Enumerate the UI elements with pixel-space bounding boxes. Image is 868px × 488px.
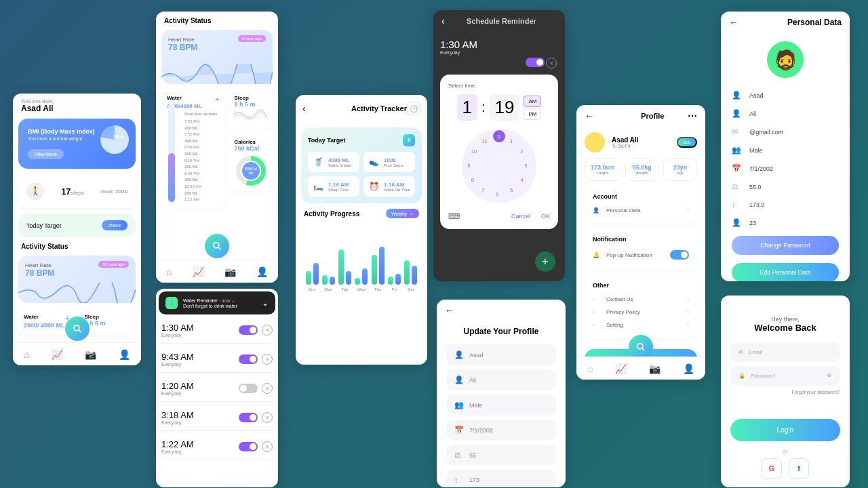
google-login-button[interactable]: G bbox=[762, 458, 782, 479]
nav-home-icon[interactable]: ⌂ bbox=[587, 363, 593, 374]
edit-button[interactable]: Edit bbox=[677, 137, 697, 148]
schedule-reminder-screen: ‹ Schedule Reminder 1:30 AM Everyday ✕ S… bbox=[433, 10, 565, 281]
chevron-right-icon: › bbox=[687, 322, 689, 328]
screen-title: Personal Data bbox=[787, 18, 842, 27]
add-fab[interactable]: + bbox=[535, 251, 555, 272]
facebook-login-button[interactable]: f bbox=[789, 458, 809, 479]
password-field[interactable]: 🔒Password👁 bbox=[730, 366, 840, 386]
keyboard-icon[interactable]: ⌨ bbox=[448, 211, 460, 221]
back-button[interactable]: ← bbox=[585, 110, 594, 121]
home-screen: Welcome Back, Asad Ali BMI (Body Mass In… bbox=[13, 94, 141, 365]
profile-field[interactable]: 👥Male bbox=[446, 394, 556, 415]
heart-rate-value: 78 BPM bbox=[25, 268, 129, 278]
reminder-toggle[interactable] bbox=[239, 442, 258, 451]
profile-field[interactable]: ↕173 bbox=[446, 470, 556, 487]
nav-camera-icon[interactable]: 📷 bbox=[224, 266, 236, 277]
ok-button[interactable]: OK bbox=[541, 213, 550, 220]
back-button[interactable]: ← bbox=[729, 17, 738, 28]
email-icon: ✉ bbox=[738, 349, 743, 355]
reminder-toggle[interactable] bbox=[526, 58, 545, 67]
period-dropdown[interactable]: Weekly⌄ bbox=[386, 209, 419, 218]
search-fab[interactable] bbox=[205, 234, 229, 258]
am-button[interactable]: AM bbox=[524, 96, 541, 107]
steps-goal: Goal: 2000 bbox=[101, 188, 127, 195]
nav-activity-icon[interactable]: 📈 bbox=[52, 349, 63, 360]
search-fab[interactable] bbox=[65, 317, 90, 341]
bmi-card: BMI (Body Mass Index) You have a normal … bbox=[18, 119, 136, 169]
email-field[interactable]: ✉Email bbox=[730, 342, 840, 362]
forgot-password-link[interactable]: Forgot your password? bbox=[730, 390, 840, 394]
notification-toggle[interactable] bbox=[670, 250, 689, 260]
add-target-button[interactable]: + bbox=[403, 134, 415, 146]
profile-field[interactable]: 📅7/1/2002 bbox=[446, 420, 556, 441]
more-icon[interactable]: ⋯ bbox=[688, 110, 697, 121]
nav-profile-icon[interactable]: 👤 bbox=[119, 349, 130, 360]
edit-personal-button[interactable]: Edit Personal Data bbox=[732, 263, 839, 281]
chevron-right-icon: › bbox=[687, 207, 689, 214]
nav-profile-icon[interactable]: 👤 bbox=[683, 363, 694, 374]
notification-banner[interactable]: 💧 Water Reminder · now ⌄ Don't forget to… bbox=[159, 291, 275, 314]
analog-clock[interactable]: 1 123456789101112 bbox=[462, 129, 536, 203]
notification-section: Notification 🔔Pop-up Notification bbox=[585, 229, 697, 270]
nav-camera-icon[interactable]: 📷 bbox=[85, 349, 96, 360]
nav-camera-icon[interactable]: 📷 bbox=[649, 363, 660, 374]
menu-item[interactable]: ◦Setting› bbox=[593, 319, 689, 331]
svg-point-4 bbox=[637, 344, 643, 349]
login-button[interactable]: Login bbox=[730, 419, 840, 441]
eye-icon[interactable]: 👁 bbox=[827, 373, 832, 379]
pm-button[interactable]: PM bbox=[524, 108, 541, 120]
data-row: ✉@gmail.com bbox=[721, 123, 850, 141]
bmi-view-more-button[interactable]: View More bbox=[28, 149, 64, 159]
activity-status-screen: Activity Status Heart Rate 78 BPM 3 mins… bbox=[156, 12, 278, 283]
close-icon[interactable]: ✕ bbox=[546, 58, 557, 68]
reminder-toggle[interactable] bbox=[239, 325, 258, 335]
target-item: 🥤4000 MLWater Intake bbox=[308, 152, 359, 172]
delete-icon[interactable]: ✕ bbox=[262, 354, 273, 365]
chevron-down-icon[interactable]: ⌄ bbox=[262, 298, 269, 308]
account-section: Account 👤Personal Data› bbox=[585, 186, 697, 224]
plus-icon[interactable]: + bbox=[215, 95, 219, 103]
nav-activity-icon[interactable]: 📈 bbox=[193, 266, 204, 277]
lock-icon: 🔒 bbox=[738, 373, 745, 379]
water-progress-bar bbox=[168, 104, 175, 202]
delete-icon[interactable]: ✕ bbox=[262, 412, 273, 423]
svg-line-5 bbox=[642, 348, 645, 351]
calories-card: Calories 760 kCal 358kCal left bbox=[229, 134, 273, 191]
personal-data-screen: ←Personal Data 🧔 👤Asad👤Ali✉@gmail.com👥Ma… bbox=[721, 12, 850, 281]
reminder-list: 1:30 AMEveryday✕9:43 AMEveryday✕1:20 AME… bbox=[156, 317, 278, 460]
clock-icon[interactable]: 🕐 bbox=[407, 102, 420, 115]
update-profile-screen: ← Update Your Profile 👤Asad👤Ali👥Male📅7/1… bbox=[437, 300, 566, 487]
nav-profile-icon[interactable]: 👤 bbox=[256, 266, 268, 277]
delete-icon[interactable]: ✕ bbox=[262, 383, 273, 394]
back-button[interactable]: ← bbox=[445, 305, 454, 316]
cancel-button[interactable]: Cancel bbox=[511, 213, 530, 220]
profile-field[interactable]: 👤Asad bbox=[446, 344, 556, 365]
back-button[interactable]: ‹ bbox=[302, 103, 306, 114]
reminder-item: 3:18 AMEveryday✕ bbox=[161, 405, 273, 431]
menu-item[interactable]: ◦Contact Us› bbox=[593, 293, 689, 306]
other-section: Other ◦Contact Us›◦Privacy Policy›◦Setti… bbox=[585, 275, 697, 338]
reminder-toggle[interactable] bbox=[239, 384, 258, 393]
delete-icon[interactable]: ✕ bbox=[262, 325, 273, 336]
hour-input[interactable]: 1 bbox=[457, 94, 477, 121]
svg-point-0 bbox=[73, 325, 79, 331]
change-password-button[interactable]: Change Password bbox=[732, 236, 839, 255]
user-name: Asad Ali bbox=[21, 104, 133, 113]
minute-input[interactable]: 19 bbox=[490, 94, 520, 121]
nav-activity-icon[interactable]: 📈 bbox=[615, 363, 627, 374]
target-item: ⏰1:16 AMWake Up Time bbox=[363, 176, 415, 197]
search-fab[interactable] bbox=[629, 335, 653, 359]
reminder-toggle[interactable] bbox=[239, 354, 258, 364]
menu-item[interactable]: ◦Privacy Policy› bbox=[593, 306, 689, 319]
steps-unit: steps bbox=[71, 190, 84, 196]
profile-field[interactable]: 👤Ali bbox=[446, 369, 556, 390]
data-row: ⚖55.0 bbox=[721, 178, 850, 196]
check-button[interactable]: check bbox=[102, 220, 127, 230]
profile-field[interactable]: ⚖55 bbox=[446, 445, 556, 466]
delete-icon[interactable]: ✕ bbox=[262, 441, 273, 452]
back-button[interactable]: ‹ bbox=[441, 16, 445, 26]
nav-home-icon[interactable]: ⌂ bbox=[24, 349, 29, 360]
personal-data-row[interactable]: 👤Personal Data› bbox=[593, 204, 689, 217]
reminder-toggle[interactable] bbox=[239, 413, 258, 422]
nav-home-icon[interactable]: ⌂ bbox=[166, 266, 172, 277]
